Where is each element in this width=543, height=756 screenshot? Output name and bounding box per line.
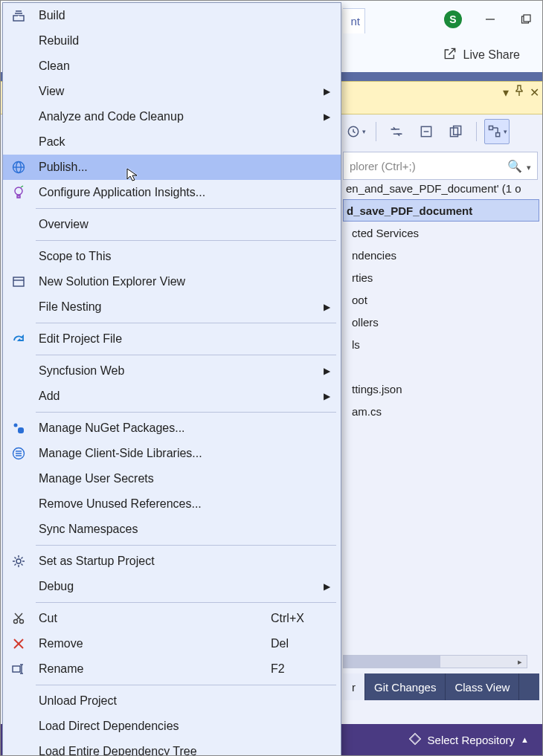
window-icon: [10, 274, 27, 290]
build-icon: [10, 7, 27, 24]
menu-item-manage-client-side-libraries[interactable]: Manage Client-Side Libraries...: [3, 441, 341, 466]
menu-item-rename[interactable]: RenameF2: [3, 656, 341, 682]
tree-item[interactable]: rties: [343, 266, 539, 288]
user-avatar[interactable]: S: [444, 10, 462, 28]
menu-item-label: Analyze and Code Cleanup: [39, 110, 184, 123]
project-node-selected[interactable]: d_save_PDF_document: [343, 199, 539, 222]
svg-point-23: [16, 559, 21, 563]
chevron-up-icon[interactable]: ▲: [521, 735, 529, 744]
menu-item-manage-user-secrets[interactable]: Manage User Secrets: [3, 466, 341, 491]
share-icon[interactable]: [443, 46, 457, 64]
search-dropdown-icon[interactable]: ▾: [527, 163, 531, 172]
pin-icon[interactable]: [513, 85, 525, 100]
solution-search-input[interactable]: plorer (Ctrl+;) 🔍▾: [343, 152, 538, 180]
svg-rect-2: [524, 15, 530, 22]
tab-git-changes[interactable]: Git Changes: [365, 673, 446, 700]
menu-item-rebuild[interactable]: Rebuild: [3, 28, 341, 54]
menu-item-label: Rebuild: [39, 34, 79, 48]
menu-item-label: Overview: [39, 218, 89, 231]
view-mode-icon[interactable]: [484, 119, 510, 144]
svg-point-25: [20, 620, 24, 624]
separator: [476, 122, 477, 141]
menu-item-label: File Nesting: [39, 300, 101, 314]
menu-item-remove-unused-references[interactable]: Remove Unused References...: [3, 491, 341, 517]
menu-item-new-solution-explorer-view[interactable]: New Solution Explorer View: [3, 269, 341, 294]
menu-item-file-nesting[interactable]: File Nesting▶: [3, 294, 341, 320]
menu-item-label: Configure Application Insights...: [39, 186, 205, 199]
menu-item-label: Clean: [39, 59, 70, 73]
menu-item-label: Scope to This: [39, 250, 112, 263]
tree-item[interactable]: ls: [343, 333, 539, 355]
menu-item-publish[interactable]: Publish...: [3, 155, 341, 180]
solution-explorer-tree[interactable]: en_and_save_PDF_document' (1 o d_save_PD…: [343, 177, 539, 422]
menu-shortcut: Del: [271, 637, 303, 650]
menu-item-remove[interactable]: RemoveDel: [3, 631, 341, 656]
select-repository-label[interactable]: Select Repository: [428, 734, 515, 746]
menu-shortcut: F2: [271, 662, 303, 676]
show-all-icon[interactable]: [443, 119, 469, 144]
menu-item-syncfusion-web[interactable]: Syncfusion Web▶: [3, 358, 341, 384]
submenu-arrow-icon: ▶: [324, 302, 330, 312]
menu-shortcut: Ctrl+X: [271, 612, 303, 625]
menu-item-sync-namespaces[interactable]: Sync Namespaces: [3, 517, 341, 542]
menu-separator: [36, 355, 336, 355]
menu-item-load-entire-dependency-tree[interactable]: Load Entire Dependency Tree: [3, 739, 341, 756]
sync-icon[interactable]: [384, 119, 409, 144]
tree-item[interactable]: cted Services: [343, 222, 539, 244]
rename-icon: [10, 661, 27, 677]
menu-item-edit-project-file[interactable]: Edit Project File: [3, 326, 341, 352]
tree-item[interactable]: am.cs: [343, 400, 539, 422]
search-icon[interactable]: 🔍: [507, 160, 522, 172]
menu-item-label: Unload Project: [39, 694, 117, 708]
menu-item-label: Set as Startup Project: [39, 555, 155, 568]
cut-icon: [10, 610, 27, 627]
menu-item-load-direct-dependencies[interactable]: Load Direct Dependencies: [3, 714, 341, 739]
menu-item-analyze-and-code-cleanup[interactable]: Analyze and Code Cleanup▶: [3, 104, 341, 129]
svg-rect-18: [13, 277, 24, 286]
menu-item-label: New Solution Explorer View: [39, 275, 185, 288]
tree-item[interactable]: ttings.json: [343, 378, 539, 400]
collapse-icon[interactable]: [414, 119, 439, 144]
menu-item-label: Sync Namespaces: [39, 523, 138, 536]
menu-item-label: Rename: [39, 662, 83, 676]
svg-rect-7: [451, 128, 458, 137]
horizontal-scrollbar[interactable]: ◂ ▸: [343, 655, 527, 668]
menu-item-manage-nuget-packages[interactable]: Manage NuGet Packages...: [3, 416, 341, 441]
history-icon[interactable]: [343, 119, 368, 144]
submenu-arrow-icon: ▶: [324, 581, 330, 592]
scroll-right-icon[interactable]: ▸: [513, 656, 527, 668]
menu-item-unload-project[interactable]: Unload Project: [3, 688, 341, 714]
menu-item-overview[interactable]: Overview: [3, 212, 341, 237]
doc-tab-fragment[interactable]: nt: [343, 8, 365, 33]
menu-item-label: Manage NuGet Packages...: [39, 421, 185, 435]
menu-item-configure-application-insights[interactable]: Configure Application Insights...: [3, 180, 341, 205]
globe-icon: [10, 159, 27, 175]
menu-item-debug[interactable]: Debug▶: [3, 574, 341, 599]
close-panel-icon[interactable]: ✕: [530, 85, 539, 100]
menu-item-view[interactable]: View▶: [3, 79, 341, 104]
menu-item-pack[interactable]: Pack: [3, 129, 341, 155]
tree-item[interactable]: oot: [343, 288, 539, 311]
tree-item[interactable]: ollers: [343, 311, 539, 333]
menu-item-clean[interactable]: Clean: [3, 54, 341, 79]
menu-item-scope-to-this[interactable]: Scope to This: [3, 244, 341, 269]
submenu-arrow-icon: ▶: [324, 366, 330, 376]
menu-item-label: Remove: [39, 637, 83, 650]
tab-class-view[interactable]: Class View: [446, 673, 519, 700]
menu-item-label: Cut: [39, 612, 57, 625]
solution-node[interactable]: en_and_save_PDF_document' (1 o: [343, 177, 539, 199]
maximize-button[interactable]: [518, 12, 533, 27]
tree-item[interactable]: ndencies: [343, 244, 539, 266]
panel-dropdown-icon[interactable]: ▾: [503, 85, 509, 100]
menu-item-build[interactable]: Build: [3, 3, 341, 28]
tab-solution-explorer[interactable]: r: [343, 673, 365, 700]
scroll-thumb[interactable]: [344, 656, 440, 668]
menu-item-set-as-startup-project[interactable]: Set as Startup Project: [3, 549, 341, 574]
liveshare-label[interactable]: Live Share: [463, 48, 521, 62]
lib-icon: [10, 445, 27, 462]
menu-item-add[interactable]: Add▶: [3, 384, 341, 409]
menu-item-label: Build: [39, 9, 65, 22]
source-control-icon[interactable]: [408, 732, 422, 748]
minimize-button[interactable]: [483, 12, 498, 27]
menu-item-cut[interactable]: CutCtrl+X: [3, 606, 341, 631]
